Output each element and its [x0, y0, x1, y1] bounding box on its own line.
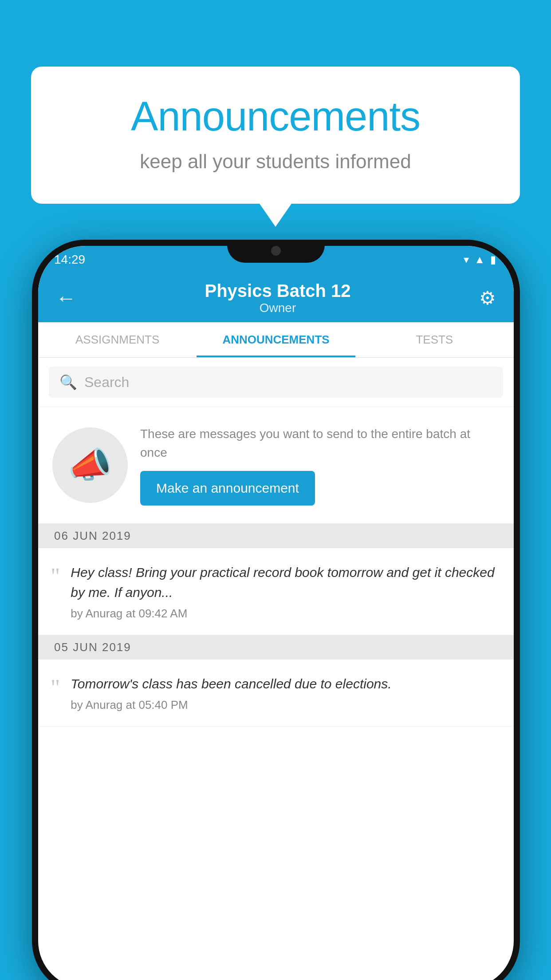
announcement-content-1: Hey class! Bring your practical record b…	[71, 562, 501, 620]
bubble-title: Announcements	[53, 93, 498, 140]
status-icons: ▾ ▲ ▮	[464, 253, 496, 266]
settings-button[interactable]: ⚙	[479, 287, 496, 309]
status-time: 14:29	[54, 253, 85, 267]
promo-description: These are messages you want to send to t…	[140, 425, 500, 462]
announcement-meta-2: by Anurag at 05:40 PM	[71, 698, 391, 712]
tab-bar: ASSIGNMENTS ANNOUNCEMENTS TESTS	[38, 322, 514, 358]
announcement-item-1[interactable]: " Hey class! Bring your practical record…	[38, 548, 514, 635]
search-container: 🔍 Search	[38, 358, 514, 407]
megaphone-icon: 📣	[68, 444, 112, 486]
make-announcement-button[interactable]: Make an announcement	[140, 471, 315, 506]
quote-icon-1: "	[51, 565, 60, 588]
phone-frame: 14:29 ▾ ▲ ▮ ← Physics Batch 12 Owner ⚙ A…	[32, 240, 520, 980]
announcement-meta-1: by Anurag at 09:42 AM	[71, 607, 501, 620]
quote-icon-2: "	[51, 676, 60, 699]
promo-content: These are messages you want to send to t…	[140, 425, 500, 506]
tab-tests[interactable]: TESTS	[355, 322, 514, 357]
tab-announcements[interactable]: ANNOUNCEMENTS	[197, 322, 355, 357]
promo-icon-circle: 📣	[52, 427, 128, 503]
wifi-icon: ▾	[464, 253, 469, 266]
announcement-content-2: Tomorrow's class has been cancelled due …	[71, 674, 391, 712]
announcement-item-2[interactable]: " Tomorrow's class has been cancelled du…	[38, 660, 514, 727]
search-icon: 🔍	[59, 374, 77, 391]
batch-role: Owner	[205, 301, 350, 315]
phone-screen: 14:29 ▾ ▲ ▮ ← Physics Batch 12 Owner ⚙ A…	[38, 246, 514, 980]
search-placeholder: Search	[84, 374, 129, 391]
announcement-text-2: Tomorrow's class has been cancelled due …	[71, 674, 391, 694]
back-button[interactable]: ←	[56, 286, 76, 310]
search-bar[interactable]: 🔍 Search	[49, 367, 503, 398]
announcement-promo: 📣 These are messages you want to send to…	[38, 407, 514, 524]
announcement-text-1: Hey class! Bring your practical record b…	[71, 562, 501, 602]
battery-icon: ▮	[490, 253, 496, 266]
app-header: ← Physics Batch 12 Owner ⚙	[38, 273, 514, 322]
camera-cutout	[271, 246, 281, 256]
phone-notch	[227, 240, 325, 263]
batch-title: Physics Batch 12	[205, 281, 350, 301]
date-separator-1: 06 JUN 2019	[38, 524, 514, 548]
signal-icon: ▲	[474, 253, 485, 266]
header-center: Physics Batch 12 Owner	[205, 281, 350, 315]
tab-assignments[interactable]: ASSIGNMENTS	[38, 322, 197, 357]
date-separator-2: 05 JUN 2019	[38, 635, 514, 660]
speech-bubble: Announcements keep all your students inf…	[31, 67, 520, 204]
bubble-subtitle: keep all your students informed	[53, 150, 498, 173]
